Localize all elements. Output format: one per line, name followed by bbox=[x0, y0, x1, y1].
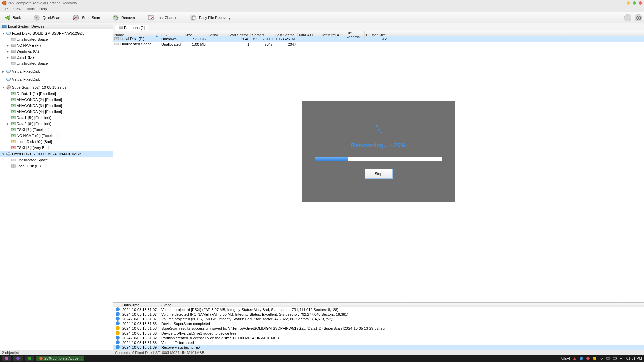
column-header[interactable]: Last Sector bbox=[274, 33, 298, 37]
expand-toggle[interactable]: ▸ bbox=[6, 49, 10, 54]
column-header[interactable]: Size bbox=[183, 33, 207, 37]
expand-toggle[interactable]: ▾ bbox=[1, 152, 5, 156]
log-header[interactable]: Date/TimeEvent bbox=[113, 303, 644, 307]
log-body[interactable]: 2024-10-05 13:31:07Volume projected [ESX… bbox=[113, 307, 644, 350]
device-tree[interactable]: ▾Fixed Disk0 SOLIDIGM SSDPFINW512GZLUnal… bbox=[0, 29, 113, 350]
partition-grid-header[interactable]: Name▲F/SSizeSerialStart SectorSectorsLas… bbox=[113, 31, 644, 36]
svg-point-0 bbox=[2, 1, 6, 5]
back-button[interactable]: Back bbox=[2, 13, 22, 22]
tree-item[interactable]: Unallocated Space bbox=[0, 36, 113, 42]
taskbar-app-1[interactable] bbox=[2, 356, 11, 361]
tree-item[interactable]: ▸Windows (C:) bbox=[0, 48, 113, 54]
tree-item[interactable]: Local Disk (10:) [Bad] bbox=[0, 139, 113, 145]
column-header[interactable]: Serial bbox=[207, 33, 227, 37]
tree-item[interactable]: Virtual FixedDisk bbox=[0, 76, 113, 82]
expand-toggle[interactable]: ▸ bbox=[1, 69, 5, 74]
column-header[interactable]: Mft/FAT1 bbox=[298, 33, 321, 37]
tree-item[interactable]: Data1 (5:) [Excellent] bbox=[0, 115, 113, 121]
superscan-button[interactable]: SuperScan bbox=[71, 13, 101, 22]
settings-button[interactable] bbox=[635, 14, 642, 21]
unalloc-icon bbox=[11, 37, 16, 42]
tree-item[interactable]: ▸Virtual FixedDisk bbox=[0, 68, 113, 74]
log-row[interactable]: 2024-10-05 13:31:07Volume projected (NTF… bbox=[113, 317, 644, 321]
easyfile-button[interactable]: Easy File Recovery bbox=[188, 13, 232, 22]
recovery-dialog: Recovering... - 26% Stop bbox=[302, 101, 455, 202]
column-header[interactable]: Sectors bbox=[251, 33, 274, 37]
wifi-icon[interactable] bbox=[599, 356, 603, 360]
log-info-icon bbox=[116, 340, 120, 344]
column-header[interactable]: Cluster Size bbox=[365, 33, 388, 37]
maximize-button[interactable] bbox=[633, 1, 636, 5]
log-row[interactable]: 2024-10-05 13:31:53SupeScan results succ… bbox=[113, 326, 644, 331]
tree-item[interactable]: ▾SuperScan [2024-10-05 13:29:52] bbox=[0, 84, 113, 90]
os-taskbar[interactable]: 25% complete Active... UEFI 01:51 PM bbox=[0, 355, 644, 362]
log-row[interactable]: 2024-10-05 13:31:07Volume detected [NO N… bbox=[113, 312, 644, 317]
log-row[interactable]: 2024-10-05 13:31:07Volume projected [ESX… bbox=[113, 307, 644, 312]
svg-point-53 bbox=[13, 165, 14, 167]
column-header[interactable]: Name▲ bbox=[113, 33, 160, 37]
clock[interactable]: 01:51 PM bbox=[626, 356, 642, 360]
expand-toggle[interactable]: ▸ bbox=[6, 55, 10, 60]
expand-toggle[interactable]: ▾ bbox=[1, 31, 5, 36]
expand-toggle[interactable]: ▾ bbox=[1, 85, 5, 90]
menu-help[interactable]: Help bbox=[39, 7, 47, 11]
tab-partitions[interactable]: Partitions [2] bbox=[115, 25, 148, 31]
tree-item[interactable]: ▸Data2 (6:) [Excellent] bbox=[0, 121, 113, 127]
tree-item[interactable]: ▸Data1 (D:) bbox=[0, 54, 113, 60]
tree-item[interactable]: NO NAME (9:) [Excellent] bbox=[0, 133, 113, 139]
close-button[interactable] bbox=[639, 1, 642, 5]
network-icon[interactable] bbox=[606, 356, 610, 360]
log-row[interactable]: 2024-10-05 13:31:53Device SuperScan comp… bbox=[113, 321, 644, 326]
partition-grid-body[interactable]: Local Disk (E:)Unknown932 GB204819535231… bbox=[113, 36, 644, 47]
tree-item[interactable]: Local Disk (E:) bbox=[0, 163, 113, 169]
tree-item[interactable]: ANACONDA (4:) [Excellent] bbox=[0, 109, 113, 115]
tray-icon[interactable] bbox=[586, 356, 590, 360]
taskbar-app-3[interactable] bbox=[25, 356, 34, 361]
tray-icon[interactable] bbox=[593, 356, 597, 360]
partition-row[interactable]: Local Disk (E:)Unknown932 GB204819535231… bbox=[113, 36, 644, 42]
tree-item[interactable]: ▾Fixed Disk1 ST1000LM024 HN-M101MBB bbox=[0, 151, 113, 157]
log-row[interactable]: 2024-10-05 13:51:32Partition created suc… bbox=[113, 336, 644, 340]
tree-item[interactable]: D: Data1 (1:) [Excellent] bbox=[0, 90, 113, 97]
battery-icon[interactable] bbox=[613, 356, 617, 360]
stop-button[interactable]: Stop bbox=[365, 169, 393, 179]
tree-item[interactable]: ▾Fixed Disk0 SOLIDIGM SSDPFINW512GZL bbox=[0, 30, 113, 36]
recover-button[interactable]: Recover bbox=[111, 13, 137, 22]
log-row[interactable]: 2024-10-05 13:37:56Device \\.\PhysicalDr… bbox=[113, 331, 644, 336]
system-tray[interactable]: UEFI 01:51 PM bbox=[561, 356, 642, 360]
minimize-button[interactable] bbox=[627, 1, 630, 5]
svg-rect-57 bbox=[115, 43, 119, 45]
column-header[interactable]: MftMirr/FAT2 bbox=[321, 33, 344, 37]
help-button[interactable]: ! bbox=[624, 14, 631, 21]
tree-item[interactable]: Unallocated Space bbox=[0, 60, 113, 66]
column-header[interactable]: Start Sector bbox=[227, 33, 251, 37]
status-right: Contents of Fixed Disk1 ST1000LM024 HN-M… bbox=[113, 351, 206, 355]
tree-item[interactable]: ESXi (8:) [Very Bad] bbox=[0, 145, 113, 151]
tree-item[interactable]: Unallocated Space bbox=[0, 157, 113, 163]
taskbar-app-2[interactable] bbox=[13, 356, 23, 361]
quickscan-button[interactable]: QuickScan bbox=[32, 13, 61, 22]
tree-item[interactable]: ▸NO NAME (F:) bbox=[0, 42, 113, 48]
menu-tools[interactable]: Tools bbox=[26, 7, 35, 11]
tree-item[interactable]: ESXi (7:) [Excellent] bbox=[0, 127, 113, 133]
disk-icon bbox=[6, 69, 11, 74]
partition-row[interactable]: Unallocated SpaceUnallocated1.00 MB12047… bbox=[113, 42, 644, 47]
expand-toggle[interactable]: ▸ bbox=[6, 43, 10, 48]
log-column-header[interactable]: Event bbox=[160, 303, 644, 307]
tree-item[interactable]: ANACONDA (3:) [Excellent] bbox=[0, 103, 113, 109]
menu-view[interactable]: View bbox=[13, 7, 21, 11]
log-row[interactable]: 2024-10-05 13:51:38Volume E: formated bbox=[113, 340, 644, 345]
column-header[interactable]: F/S bbox=[160, 33, 183, 37]
tree-item[interactable]: ANACONDA (2:) [Excellent] bbox=[0, 97, 113, 103]
log-warn-icon bbox=[116, 331, 120, 335]
tray-icon[interactable] bbox=[573, 356, 577, 360]
tray-icon[interactable] bbox=[579, 356, 583, 360]
lastchance-button[interactable]: Last Chance bbox=[146, 13, 179, 22]
column-header[interactable]: File Records bbox=[344, 31, 365, 39]
log-row[interactable]: 2024-10-05 13:51:39Recovery started to: … bbox=[113, 345, 644, 350]
menu-file[interactable]: File bbox=[3, 7, 9, 11]
log-column-header[interactable]: Date/Time bbox=[121, 303, 160, 307]
expand-toggle[interactable]: ▸ bbox=[6, 122, 10, 126]
volume-icon[interactable] bbox=[620, 356, 624, 360]
taskbar-active-app[interactable]: 25% complete Active... bbox=[36, 356, 84, 361]
